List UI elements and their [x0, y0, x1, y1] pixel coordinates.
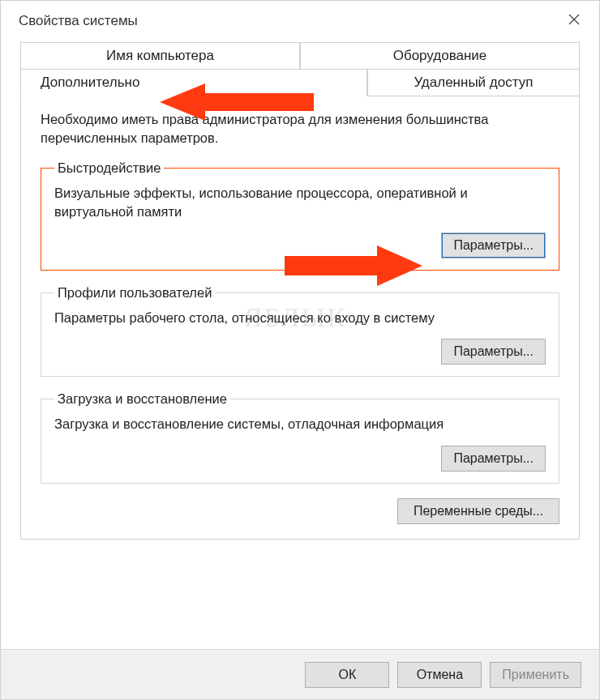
window-title: Свойства системы [19, 13, 138, 29]
profiles-settings-button[interactable]: Параметры... [441, 339, 546, 365]
group-profiles: Профили пользователей Параметры рабочего… [41, 285, 559, 377]
group-startup: Загрузка и восстановление Загрузка и вос… [41, 391, 559, 483]
admin-notice-text: Необходимо иметь права администратора дл… [41, 110, 559, 147]
performance-settings-button[interactable]: Параметры... [441, 233, 546, 258]
group-performance: Быстродействие Визуальные эффекты, испол… [41, 160, 559, 271]
dialog-footer: ОК Отмена Применить [1, 649, 599, 699]
cancel-button[interactable]: Отмена [397, 662, 482, 688]
ok-button[interactable]: ОК [305, 662, 389, 688]
group-startup-desc: Загрузка и восстановление системы, отлад… [54, 415, 546, 433]
startup-settings-button[interactable]: Параметры... [441, 446, 546, 472]
tab-panel-advanced: Необходимо иметь права администратора дл… [20, 96, 580, 540]
close-icon[interactable] [560, 9, 588, 32]
environment-variables-button[interactable]: Переменные среды... [397, 498, 559, 524]
tab-computer-name[interactable]: Имя компьютера [20, 42, 300, 70]
tab-hardware[interactable]: Оборудование [300, 42, 580, 70]
group-performance-legend: Быстродействие [54, 160, 164, 176]
tab-remote[interactable]: Удаленный доступ [367, 69, 580, 96]
apply-button[interactable]: Применить [490, 662, 581, 688]
group-profiles-desc: Параметры рабочего стола, относящиеся ко… [54, 309, 546, 327]
group-startup-legend: Загрузка и восстановление [54, 391, 230, 407]
tab-advanced[interactable]: Дополнительно [20, 69, 367, 96]
group-performance-desc: Визуальные эффекты, использование процес… [54, 184, 546, 221]
group-profiles-legend: Профили пользователей [54, 285, 215, 301]
